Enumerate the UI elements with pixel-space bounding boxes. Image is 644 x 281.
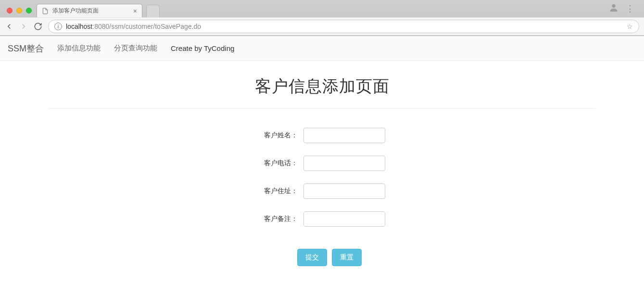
file-icon bbox=[42, 8, 49, 14]
form-row-phone: 客户电话： bbox=[259, 156, 385, 171]
address-bar: i localhost:8080/ssm/customer/toSavePage… bbox=[0, 17, 644, 36]
input-name[interactable] bbox=[303, 128, 385, 143]
window-controls bbox=[4, 8, 37, 17]
label-address: 客户住址： bbox=[259, 187, 298, 195]
back-button[interactable] bbox=[5, 22, 13, 31]
browser-chrome: 添加客户功能页面 × ⋮ i localhost:8080/ssm/custom… bbox=[0, 0, 644, 36]
input-phone[interactable] bbox=[303, 156, 385, 171]
url-field[interactable]: i localhost:8080/ssm/customer/toSavePage… bbox=[48, 20, 639, 33]
site-info-icon[interactable]: i bbox=[54, 23, 62, 30]
window-minimize-button[interactable] bbox=[16, 8, 22, 13]
svg-point-0 bbox=[612, 4, 615, 8]
button-row: 提交 重置 bbox=[297, 249, 362, 266]
label-phone: 客户电话： bbox=[259, 159, 298, 168]
page-title: 客户信息添加页面 bbox=[48, 75, 596, 98]
tab-close-icon[interactable]: × bbox=[133, 7, 137, 15]
nav-link-pagination[interactable]: 分页查询功能 bbox=[114, 44, 157, 53]
reload-button[interactable] bbox=[34, 22, 42, 31]
tab-title: 添加客户功能页面 bbox=[52, 7, 99, 15]
reset-button[interactable]: 重置 bbox=[332, 249, 362, 266]
submit-button[interactable]: 提交 bbox=[297, 249, 327, 266]
user-avatar-icon[interactable] bbox=[608, 2, 619, 14]
customer-form: 客户姓名： 客户电话： 客户住址： 客户备注： 提交 重置 bbox=[48, 128, 596, 266]
window-maximize-button[interactable] bbox=[26, 8, 32, 13]
bookmark-star-icon[interactable]: ☆ bbox=[627, 23, 633, 30]
url-path: /ssm/customer/toSavePage.do bbox=[109, 23, 201, 30]
tab-bar: 添加客户功能页面 × ⋮ bbox=[0, 0, 644, 17]
new-tab-button[interactable] bbox=[146, 5, 160, 17]
brand[interactable]: SSM整合 bbox=[8, 43, 44, 54]
kebab-menu-icon[interactable]: ⋮ bbox=[626, 4, 634, 13]
label-remark: 客户备注： bbox=[259, 215, 298, 223]
browser-tab[interactable]: 添加客户功能页面 × bbox=[37, 4, 142, 17]
divider bbox=[48, 108, 596, 109]
form-row-name: 客户姓名： bbox=[259, 128, 385, 143]
forward-button[interactable] bbox=[19, 22, 28, 31]
form-row-remark: 客户备注： bbox=[259, 211, 385, 227]
url-port: :8080 bbox=[92, 23, 109, 30]
form-row-address: 客户住址： bbox=[259, 183, 385, 199]
main-content: 客户信息添加页面 客户姓名： 客户电话： 客户住址： 客户备注： 提交 重置 bbox=[0, 61, 644, 266]
chrome-right-controls: ⋮ bbox=[608, 2, 640, 17]
nav-link-add[interactable]: 添加信息功能 bbox=[57, 44, 101, 53]
window-close-button[interactable] bbox=[7, 8, 13, 13]
nav-credit: Create by TyCoding bbox=[171, 44, 234, 52]
input-address[interactable] bbox=[303, 183, 385, 199]
page-navbar: SSM整合 添加信息功能 分页查询功能 Create by TyCoding bbox=[0, 36, 644, 61]
label-name: 客户姓名： bbox=[259, 131, 298, 140]
input-remark[interactable] bbox=[303, 211, 385, 227]
url-host: localhost bbox=[66, 23, 92, 30]
